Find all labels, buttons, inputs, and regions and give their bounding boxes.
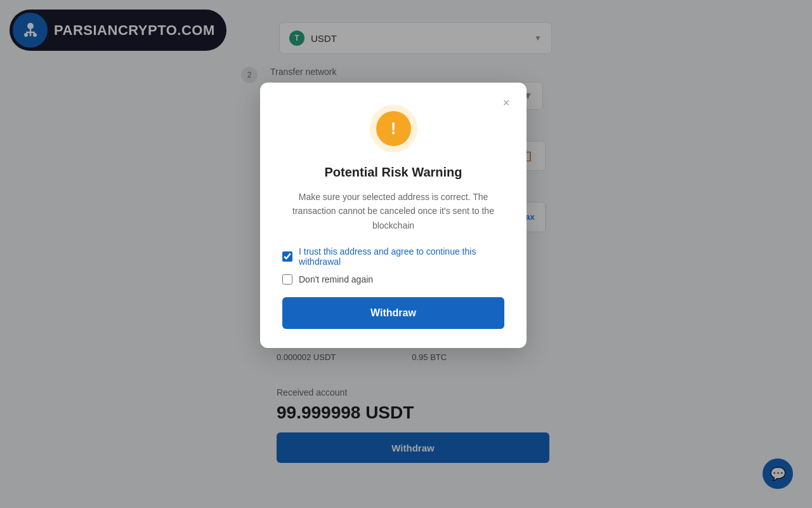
remind-checkbox-row: Don't remind again — [282, 274, 504, 284]
modal-body: Make sure your selected address is corre… — [282, 190, 504, 232]
modal-close-button[interactable]: × — [497, 94, 515, 112]
warning-icon: ! — [376, 111, 411, 146]
risk-warning-modal: × ! Potential Risk Warning Make sure you… — [260, 83, 527, 348]
remind-checkbox-label[interactable]: Don't remind again — [299, 274, 373, 284]
warning-icon-wrapper: ! — [282, 105, 504, 152]
modal-title: Potential Risk Warning — [282, 165, 504, 180]
remind-checkbox[interactable] — [282, 274, 292, 284]
trust-checkbox-label[interactable]: I trust this address and agree to contin… — [299, 246, 504, 267]
trust-checkbox[interactable] — [282, 251, 292, 262]
modal-withdraw-button[interactable]: Withdraw — [282, 297, 504, 329]
warning-icon-outer: ! — [370, 105, 417, 152]
trust-checkbox-row: I trust this address and agree to contin… — [282, 246, 504, 267]
